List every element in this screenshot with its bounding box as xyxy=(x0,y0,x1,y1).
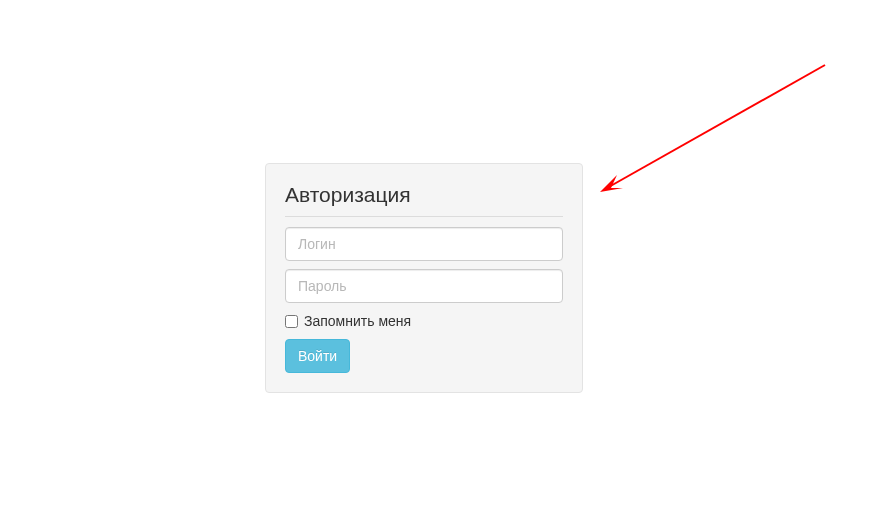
annotation-arrow-icon xyxy=(595,60,830,195)
password-group xyxy=(285,269,563,303)
panel-title: Авторизация xyxy=(285,183,563,217)
password-input[interactable] xyxy=(285,269,563,303)
username-input[interactable] xyxy=(285,227,563,261)
username-group xyxy=(285,227,563,261)
remember-label: Запомнить меня xyxy=(304,313,411,329)
submit-button[interactable]: Войти xyxy=(285,339,350,373)
svg-marker-1 xyxy=(600,175,623,192)
remember-checkbox[interactable] xyxy=(285,315,298,328)
remember-row: Запомнить меня xyxy=(285,313,563,329)
login-panel: Авторизация Запомнить меня Войти xyxy=(265,163,583,393)
svg-line-0 xyxy=(607,65,825,188)
